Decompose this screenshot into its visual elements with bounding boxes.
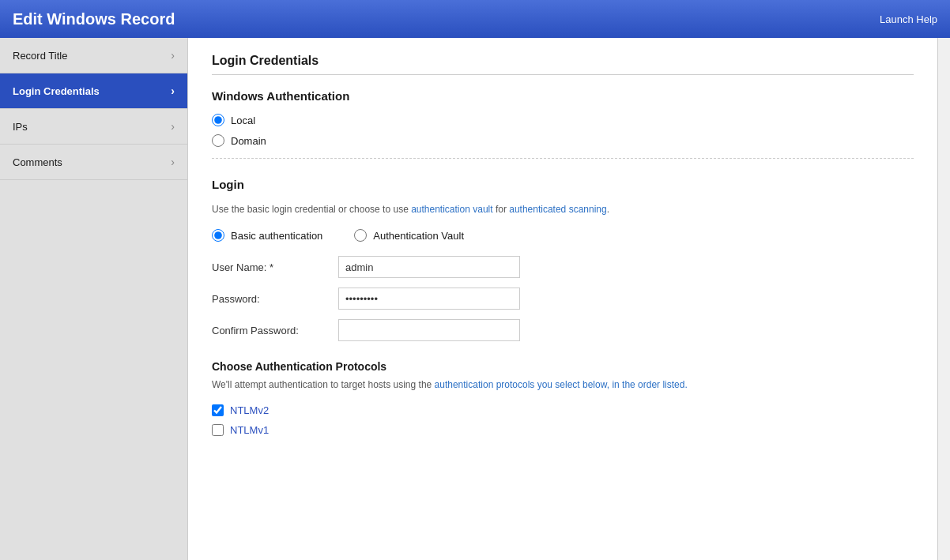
- confirm-password-input[interactable]: [338, 319, 520, 341]
- windows-auth-title: Windows Authentication: [212, 89, 914, 103]
- auth-protocols-description: We'll attempt authentication to target h…: [212, 378, 914, 392]
- main-content: Login Credentials Windows Authentication…: [188, 38, 937, 560]
- auth-protocols-title: Choose Authentication Protocols: [212, 360, 914, 373]
- password-input[interactable]: [338, 288, 520, 310]
- launch-help-link[interactable]: Launch Help: [880, 13, 937, 25]
- username-row: User Name: *: [212, 256, 914, 278]
- ntlmv2-label: NTLMv2: [230, 404, 269, 416]
- auth-protocols-section: Choose Authentication Protocols We'll at…: [212, 360, 914, 436]
- app-header: Edit Windows Record Launch Help: [0, 0, 950, 38]
- auth-vault-radio-option[interactable]: Authentication Vault: [354, 229, 464, 242]
- login-title: Login: [212, 178, 914, 191]
- username-input[interactable]: [338, 256, 520, 278]
- local-label: Local: [231, 115, 255, 126]
- ntlmv1-label: NTLMv1: [230, 424, 269, 436]
- basic-auth-label: Basic authentication: [231, 230, 322, 242]
- ntlmv1-checkbox[interactable]: [212, 424, 224, 436]
- username-label: User Name: *: [212, 261, 338, 273]
- ntlmv2-checkbox-option[interactable]: NTLMv2: [212, 404, 914, 416]
- basic-auth-radio-option[interactable]: Basic authentication: [212, 229, 322, 242]
- windows-auth-radio-group: Local Domain: [212, 114, 914, 147]
- confirm-password-row: Confirm Password:: [212, 319, 914, 341]
- domain-label: Domain: [231, 135, 266, 147]
- sidebar-item-comments[interactable]: Comments ›: [0, 145, 187, 180]
- ntlmv1-checkbox-option[interactable]: NTLMv1: [212, 424, 914, 436]
- sidebar-item-login-credentials[interactable]: Login Credentials ›: [0, 73, 187, 109]
- auth-method-radio-row: Basic authentication Authentication Vaul…: [212, 229, 914, 242]
- chevron-right-icon: ›: [171, 156, 175, 168]
- password-row: Password:: [212, 288, 914, 310]
- sidebar-item-label: IPs: [13, 121, 28, 133]
- windows-auth-section: Windows Authentication Local Domain: [212, 89, 914, 159]
- scrollbar[interactable]: [937, 38, 950, 560]
- login-section: Login Use the basic login credential or …: [212, 178, 914, 341]
- chevron-right-icon: ›: [171, 85, 175, 97]
- chevron-right-icon: ›: [171, 120, 175, 133]
- auth-vault-label: Authentication Vault: [373, 230, 464, 242]
- local-radio-option[interactable]: Local: [212, 114, 914, 126]
- chevron-right-icon: ›: [171, 49, 175, 62]
- sidebar-item-label: Comments: [13, 156, 62, 168]
- ntlmv2-checkbox[interactable]: [212, 404, 224, 416]
- local-radio[interactable]: [212, 114, 224, 126]
- sidebar-item-label: Record Title: [13, 50, 67, 62]
- authenticated-scanning-link: authenticated scanning: [509, 204, 606, 215]
- sidebar-item-record-title[interactable]: Record Title ›: [0, 38, 187, 73]
- domain-radio[interactable]: [212, 134, 224, 147]
- sidebar-item-label: Login Credentials: [13, 85, 100, 97]
- password-label: Password:: [212, 293, 338, 305]
- main-layout: Record Title › Login Credentials › IPs ›…: [0, 38, 950, 560]
- confirm-password-label: Confirm Password:: [212, 325, 338, 336]
- auth-vault-link: authentication vault: [411, 204, 492, 215]
- page-title: Edit Windows Record: [13, 10, 175, 28]
- basic-auth-radio[interactable]: [212, 229, 224, 242]
- login-description: Use the basic login credential or choose…: [212, 202, 914, 216]
- sidebar-item-ips[interactable]: IPs ›: [0, 109, 187, 145]
- sidebar: Record Title › Login Credentials › IPs ›…: [0, 38, 188, 560]
- section-title: Login Credentials: [212, 54, 914, 75]
- domain-radio-option[interactable]: Domain: [212, 134, 914, 147]
- auth-vault-radio[interactable]: [354, 229, 367, 242]
- auth-protocols-link: authentication protocols you select belo…: [435, 379, 688, 390]
